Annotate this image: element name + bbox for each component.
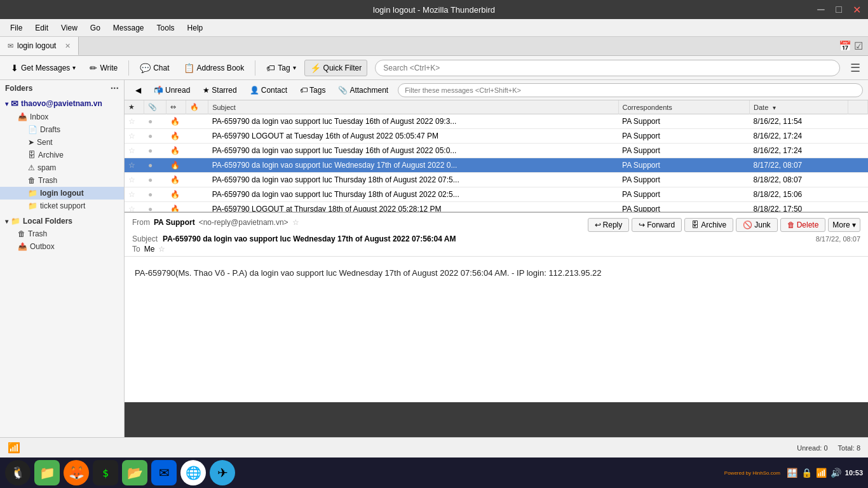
sidebar-item-drafts[interactable]: 📄 Drafts xyxy=(0,123,124,136)
local-folders-section[interactable]: ▾ 📁 Local Folders xyxy=(0,215,124,227)
subject-cell: PA-659790 LOGOUT at Thursday 18th of Aug… xyxy=(208,202,618,212)
message-table: ★ 📎 ⇔ 🔥 Subject Correspondents Date ▾ xyxy=(125,100,868,212)
table-row[interactable]: ☆ ● 🔥 PA-659790 LOGOUT at Thursday 18th … xyxy=(125,202,868,212)
forward-button[interactable]: ↪ Forward xyxy=(632,218,682,232)
get-messages-dropdown-icon[interactable]: ▾ xyxy=(72,64,76,71)
tasks-icon[interactable]: ☑ xyxy=(854,40,863,52)
correspondent-col-label: Correspondents xyxy=(623,104,672,111)
date-cell: 8/18/22, 17:50 xyxy=(750,202,848,212)
folders-more-icon[interactable]: ··· xyxy=(111,83,119,94)
col-header-thread[interactable]: ⇔ xyxy=(166,100,186,114)
attach-cell: ● xyxy=(144,114,166,129)
calendar-icon[interactable]: 📅 xyxy=(839,40,851,52)
write-button[interactable]: ✏ Write xyxy=(84,60,123,76)
flag-dot-icon: 🔥 xyxy=(170,175,180,184)
sidebar-item-sent[interactable]: ➤ Sent xyxy=(0,136,124,149)
email-header-top: From PA Support <no-reply@pavietnam.vn> … xyxy=(132,218,860,232)
star-cell[interactable]: ☆ xyxy=(125,158,144,173)
table-row[interactable]: ☆ ● 🔥 PA-659790 da login vao support luc… xyxy=(125,187,868,202)
menu-help[interactable]: Help xyxy=(182,22,208,34)
back-button[interactable]: ◀ xyxy=(130,83,147,97)
star-cell[interactable]: ☆ xyxy=(125,144,144,158)
sidebar-item-archive[interactable]: 🗄 Archive xyxy=(0,149,124,161)
search-input[interactable] xyxy=(375,60,840,76)
col-header-attach[interactable]: 📎 xyxy=(144,100,166,114)
archive-button[interactable]: 🗄 Archive xyxy=(684,218,733,232)
close-button[interactable]: ✕ xyxy=(850,3,863,16)
tag-button[interactable]: 🏷 Tag ▾ xyxy=(261,60,301,76)
taskbar-files[interactable]: 📁 xyxy=(34,460,60,485)
sidebar-item-inbox[interactable]: 📥 Inbox xyxy=(0,111,124,123)
menu-edit[interactable]: Edit xyxy=(30,22,53,34)
star-cell[interactable]: ☆ xyxy=(125,187,144,202)
menu-message[interactable]: Message xyxy=(108,22,149,34)
taskbar-firefox[interactable]: 🦊 xyxy=(64,460,89,485)
attachment-filter-button[interactable]: 📎 Attachment xyxy=(332,83,394,97)
junk-button[interactable]: 🚫 Junk xyxy=(736,218,777,232)
col-header-subject[interactable]: Subject xyxy=(208,100,618,114)
minimize-button[interactable]: ─ xyxy=(815,3,827,16)
table-row[interactable]: ☆ ● 🔥 PA-659790 da login vao support luc… xyxy=(125,114,868,129)
menu-file[interactable]: File xyxy=(5,22,27,34)
col-header-flag[interactable]: 🔥 xyxy=(186,100,208,114)
volume-icon[interactable]: 🔊 xyxy=(831,468,841,478)
sidebar-item-ticket-support[interactable]: 📁 ticket support xyxy=(0,200,124,212)
tags-filter-button[interactable]: 🏷 Tags xyxy=(294,83,331,97)
sidebar-item-trash[interactable]: 🗑 Trash xyxy=(0,174,124,187)
tab-close-icon[interactable]: ✕ xyxy=(65,42,71,50)
windows-icon[interactable]: 🪟 xyxy=(787,468,797,478)
tab-label: login logout xyxy=(17,41,56,50)
delete-button[interactable]: 🗑 Delete xyxy=(780,218,826,232)
menu-tools[interactable]: Tools xyxy=(152,22,180,34)
table-row[interactable]: ☆ ● 🔥 PA-659790 da login vao support luc… xyxy=(125,144,868,158)
table-row[interactable]: ☆ ● 🔥 PA-659790 LOGOUT at Tuesday 16th o… xyxy=(125,129,868,144)
col-header-correspondents[interactable]: Correspondents xyxy=(618,100,750,114)
favorite-contact-icon[interactable]: ☆ xyxy=(292,218,299,227)
taskbar-telegram[interactable]: ✈ xyxy=(210,460,235,485)
taskbar-thunderbird[interactable]: ✉ xyxy=(151,460,177,485)
col-header-star[interactable]: ★ xyxy=(125,100,144,114)
star-cell[interactable]: ☆ xyxy=(125,129,144,144)
more-button[interactable]: More ▾ xyxy=(828,218,860,232)
sidebar-item-spam[interactable]: ⚠ spam xyxy=(0,161,124,174)
thread-cell: 🔥 xyxy=(166,202,186,212)
taskbar-filemanager[interactable]: 📂 xyxy=(122,460,147,485)
sidebar-item-login-logout[interactable]: 📁 login logout xyxy=(0,187,124,200)
star-cell[interactable]: ☆ xyxy=(125,114,144,129)
maximize-button[interactable]: □ xyxy=(832,3,845,16)
spam-label: spam xyxy=(37,163,56,172)
tab-login-logout[interactable]: ✉ login logout ✕ xyxy=(0,37,79,55)
star-icon: ☆ xyxy=(128,175,135,184)
taskbar-terminal[interactable]: $ xyxy=(93,460,118,485)
lock-icon[interactable]: 🔒 xyxy=(801,468,812,478)
get-messages-button[interactable]: ⬇ Get Messages ▾ xyxy=(5,60,81,76)
subject-cell: PA-659790 da login vao support luc Thurs… xyxy=(208,187,618,202)
network-icon[interactable]: 📶 xyxy=(816,468,827,478)
col-header-date[interactable]: Date ▾ xyxy=(750,100,848,114)
filter-search-input[interactable] xyxy=(398,83,863,97)
taskbar-chrome[interactable]: 🌐 xyxy=(180,460,206,485)
sidebar-item-local-trash[interactable]: 🗑 Trash xyxy=(0,227,124,240)
menu-go[interactable]: Go xyxy=(85,22,105,34)
star-cell[interactable]: ☆ xyxy=(125,173,144,187)
chat-label: Chat xyxy=(153,64,169,72)
account-item[interactable]: ▾ ✉ thaovo@pavietnam.vn xyxy=(0,97,124,111)
unread-filter-button[interactable]: 📬 Unread xyxy=(148,83,196,97)
sidebar-item-local-outbox[interactable]: 📤 Outbox xyxy=(0,240,124,253)
table-row[interactable]: ☆ ● 🔥 PA-659790 da login vao support luc… xyxy=(125,173,868,187)
to-contact-icon[interactable]: ☆ xyxy=(158,245,165,254)
chrome-icon: 🌐 xyxy=(186,465,201,480)
star-cell[interactable]: ☆ xyxy=(125,202,144,212)
table-row[interactable]: ☆ ● 🔥 PA-659790 da login vao support luc… xyxy=(125,158,868,173)
flag-dot-icon: 🔥 xyxy=(170,161,180,170)
chat-button[interactable]: 💬 Chat xyxy=(134,60,175,76)
contact-filter-button[interactable]: 👤 Contact xyxy=(244,83,293,97)
menu-view[interactable]: View xyxy=(56,22,83,34)
address-book-button[interactable]: 📋 Address Book xyxy=(178,60,250,76)
starred-filter-button[interactable]: ★ Starred xyxy=(197,83,242,97)
local-folders-folder-icon: 📁 xyxy=(11,217,20,226)
menu-icon[interactable]: ☰ xyxy=(848,61,863,75)
quick-filter-button[interactable]: ⚡ Quick Filter xyxy=(304,60,368,76)
reply-button[interactable]: ↩ Reply xyxy=(588,218,630,232)
taskbar-linux[interactable]: 🐧 xyxy=(5,460,31,485)
